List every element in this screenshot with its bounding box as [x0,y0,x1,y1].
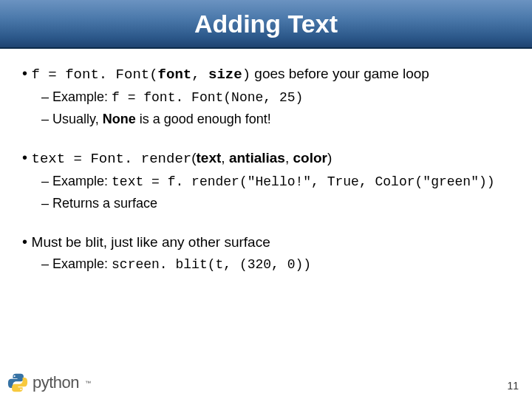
python-icon [7,372,28,393]
param-size: size [208,66,242,83]
param-font: font [158,66,192,83]
bullet-2-sub-1: Example: text = f. render("Hello!", True… [41,172,510,191]
bullet-1: f = font. Font(font, size) goes before y… [22,64,510,129]
bullet-1-sub-1: Example: f = font. Font(None, 25) [41,88,510,107]
slide-title: Adding Text [194,10,338,38]
bullet-2: text = Font. render(text, antialias, col… [22,148,510,213]
python-wordmark: python [33,373,79,392]
bullet-2-sub-2: Returns a surface [41,194,510,213]
bullet-3-sub-1: Example: screen. blit(t, (320, 0)) [41,255,510,274]
param-color: color [293,150,327,166]
param-antialias: antialias [229,150,285,166]
code-text: text = Font. render [32,151,192,167]
code-text: f = font. Font( [32,66,158,83]
slide-body: f = font. Font(font, size) goes before y… [0,49,532,274]
bullet-1-sub-2: Usually, None is a good enough font! [41,110,510,129]
title-bar: Adding Text [0,0,532,49]
trademark: ™ [85,380,91,386]
footer-logo: python ™ [7,372,91,393]
param-text: text [197,150,222,166]
page-number: 11 [507,380,519,392]
bullet-3: Must be blit, just like any other surfac… [22,232,510,274]
